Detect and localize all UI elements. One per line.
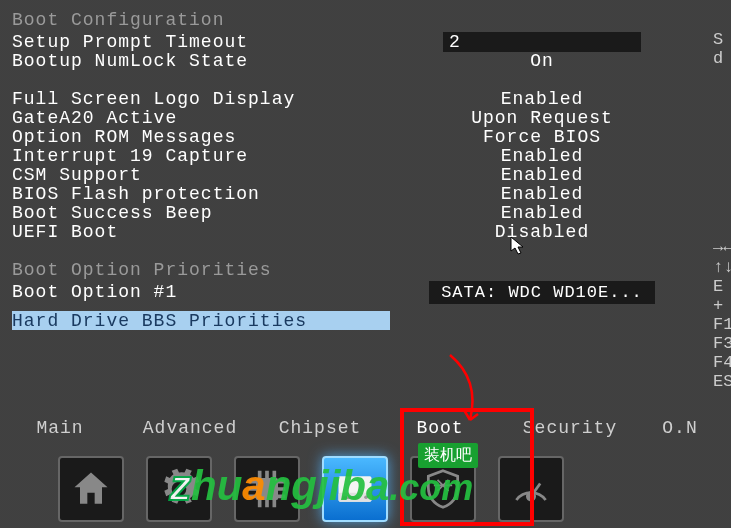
setting-value[interactable]: Enabled — [412, 203, 672, 223]
setting-row[interactable]: CSM Support Enabled — [12, 165, 712, 184]
setting-value[interactable]: Enabled — [412, 184, 672, 204]
svg-point-4 — [364, 495, 368, 499]
shield-icon[interactable] — [410, 456, 476, 522]
hint: E — [713, 277, 731, 296]
tab-main[interactable]: Main — [0, 418, 120, 438]
tab-boot[interactable]: Boot — [380, 418, 500, 438]
hint: ES — [713, 372, 731, 391]
settings-panel: Boot Configuration Setup Prompt Timeout … — [12, 10, 712, 330]
setting-row[interactable]: UEFI Boot Disabled — [12, 222, 712, 241]
tab-security[interactable]: Security — [500, 418, 640, 438]
hint: ↑↓ — [713, 258, 731, 277]
setting-label: Boot Success Beep — [12, 203, 412, 223]
hint: d — [713, 49, 731, 68]
svg-rect-0 — [256, 478, 278, 500]
setting-value[interactable]: Enabled — [412, 165, 672, 185]
bios-screen: Boot Configuration Setup Prompt Timeout … — [0, 0, 731, 528]
selected-item-row[interactable]: Hard Drive BBS Priorities — [12, 311, 390, 330]
setting-row[interactable]: Interrupt 19 Capture Enabled — [12, 146, 712, 165]
setting-label: Boot Option #1 — [12, 282, 412, 302]
setting-row[interactable]: BIOS Flash protection Enabled — [12, 184, 712, 203]
section-heading: Boot Configuration — [12, 10, 712, 30]
hint: F1 — [713, 315, 731, 334]
priorities-heading: Boot Option Priorities — [12, 260, 712, 280]
setting-value[interactable]: Upon Request — [412, 108, 672, 128]
setting-row[interactable]: Setup Prompt Timeout 2 — [12, 32, 712, 51]
setting-label: Option ROM Messages — [12, 127, 412, 147]
boot-option-row[interactable]: Boot Option #1 SATA: WDC WD10E... — [12, 282, 712, 301]
hint: F3 — [713, 334, 731, 353]
boot-option-value[interactable]: SATA: WDC WD10E... — [412, 282, 672, 302]
setting-row[interactable]: Option ROM Messages Force BIOS — [12, 127, 712, 146]
help-keys-strip: S d →← ↑↓ E + F1 F3 F4 ES — [713, 30, 731, 391]
nav-bar: Main Advanced Chipset Boot Security O.N — [0, 418, 731, 528]
nav-icons — [58, 456, 564, 522]
setting-label: Full Screen Logo Display — [12, 89, 412, 109]
tab-chipset[interactable]: Chipset — [260, 418, 380, 438]
hint: →← — [713, 239, 731, 258]
setting-label: Setup Prompt Timeout — [12, 32, 412, 52]
setting-label: GateA20 Active — [12, 108, 412, 128]
nav-labels: Main Advanced Chipset Boot Security O.N — [0, 418, 731, 438]
drive-icon[interactable] — [322, 456, 388, 522]
setting-label: CSM Support — [12, 165, 412, 185]
hint: F4 — [713, 353, 731, 372]
selected-item-label: Hard Drive BBS Priorities — [12, 311, 390, 331]
hint: + — [713, 296, 731, 315]
setting-label: UEFI Boot — [12, 222, 412, 242]
setting-row[interactable]: Boot Success Beep Enabled — [12, 203, 712, 222]
setting-row[interactable]: Full Screen Logo Display Enabled — [12, 89, 712, 108]
setting-label: BIOS Flash protection — [12, 184, 412, 204]
setting-label: Bootup NumLock State — [12, 51, 412, 71]
setting-value[interactable]: 2 — [412, 32, 672, 52]
tab-one[interactable]: O.N — [640, 418, 720, 438]
setting-row[interactable]: Bootup NumLock State On — [12, 51, 712, 70]
tab-advanced[interactable]: Advanced — [120, 418, 260, 438]
setting-value[interactable]: Enabled — [412, 89, 672, 109]
tachometer-icon[interactable] — [498, 456, 564, 522]
setting-label: Interrupt 19 Capture — [12, 146, 412, 166]
svg-rect-3 — [342, 496, 359, 499]
gear-icon[interactable] — [146, 456, 212, 522]
setting-value[interactable]: Disabled — [412, 222, 672, 242]
setting-value[interactable]: Enabled — [412, 146, 672, 166]
setting-value[interactable]: On — [412, 51, 672, 71]
setting-row[interactable]: GateA20 Active Upon Request — [12, 108, 712, 127]
hint: S — [713, 30, 731, 49]
home-icon[interactable] — [58, 456, 124, 522]
setting-value[interactable]: Force BIOS — [412, 127, 672, 147]
chip-icon[interactable] — [234, 456, 300, 522]
